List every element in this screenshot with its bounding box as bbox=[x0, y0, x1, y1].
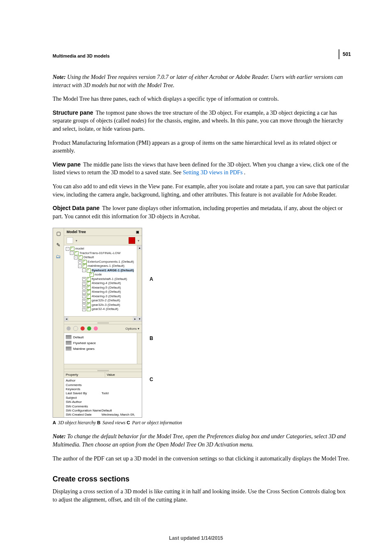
structure-pane-paragraph: Structure paneThe topmost pane shows the… bbox=[53, 109, 351, 133]
tree-node[interactable]: 4bearing-3 (Default) bbox=[92, 294, 121, 298]
view-nav-prev-icon[interactable] bbox=[67, 326, 71, 331]
view-update-icon[interactable] bbox=[87, 326, 91, 331]
expand-icon[interactable]: + bbox=[82, 294, 86, 298]
structure-em: nodes bbox=[131, 118, 145, 124]
caption-c-text: Part or object information bbox=[131, 420, 182, 425]
view-thumb-icon bbox=[66, 335, 71, 339]
page-number-rule bbox=[339, 49, 339, 59]
cross-section-paragraph: Displaying a cross section of a 3D model… bbox=[53, 488, 351, 504]
panel-collapse-icon[interactable]: ▣ bbox=[136, 230, 139, 234]
checkbox-icon[interactable] bbox=[83, 264, 87, 268]
view-add-icon[interactable] bbox=[81, 326, 85, 331]
caption-a-label: A bbox=[53, 420, 56, 425]
toolbar-btn-1[interactable] bbox=[67, 237, 73, 244]
expand-icon[interactable]: + bbox=[82, 290, 86, 294]
views-scrollbar-h[interactable] bbox=[64, 364, 142, 369]
tree-scrollbar-v[interactable]: ▴▾ bbox=[137, 245, 142, 321]
expand-icon[interactable]: - bbox=[66, 247, 69, 251]
view-home-icon[interactable] bbox=[94, 326, 98, 331]
tree-node[interactable]: 4bearing-5 (Default) bbox=[92, 286, 121, 289]
page: 501 Multimedia and 3D models Note: Using… bbox=[0, 0, 392, 555]
panel-tab-icons: ▢ ✎ 🗂 bbox=[53, 228, 64, 417]
tree-node[interactable]: gear32b-3 (Default) bbox=[92, 303, 120, 307]
model-tree-icon[interactable]: 🗂 bbox=[55, 253, 62, 260]
view-item[interactable]: Default bbox=[66, 334, 140, 340]
tree-node[interactable]: ExteriorComponents-1 (Default) bbox=[88, 260, 134, 264]
splitter-1[interactable] bbox=[64, 321, 142, 324]
caption-c-label: C bbox=[127, 420, 130, 425]
tree-node[interactable]: node bbox=[95, 273, 102, 276]
note-1-label: Note: bbox=[53, 74, 67, 80]
props-row: Comments bbox=[66, 383, 140, 387]
checkbox-icon[interactable] bbox=[90, 273, 94, 277]
caption-b-label: B bbox=[97, 420, 100, 425]
expand-icon[interactable]: + bbox=[82, 282, 86, 285]
page-footer: Last updated 1/14/2015 bbox=[0, 535, 392, 541]
views-list[interactable]: Default Flywheel space Mainline gears bbox=[64, 333, 142, 369]
caption-a-text: 3D object hierarchy bbox=[57, 420, 97, 425]
props-row: SW-Comments bbox=[66, 405, 140, 409]
pages-icon[interactable]: ▢ bbox=[55, 230, 62, 237]
views-toolbar: Options ▾ bbox=[64, 324, 142, 333]
expand-icon[interactable]: + bbox=[82, 303, 86, 307]
views-options-menu[interactable]: Options ▾ bbox=[125, 327, 139, 331]
toolbar-sep: ▾ bbox=[76, 239, 77, 243]
author-paragraph: The author of the PDF can set up a 3D mo… bbox=[53, 455, 351, 463]
props-body[interactable]: Author Comments Keywords Last Saved ByTo… bbox=[64, 378, 142, 417]
views-pane: Options ▾ Default Flywheel space Mainlin… bbox=[64, 324, 142, 369]
expand-icon[interactable]: + bbox=[82, 286, 86, 289]
view-label: Flywheel space bbox=[73, 341, 96, 345]
expand-icon[interactable]: - bbox=[78, 264, 82, 268]
checkbox-icon[interactable] bbox=[70, 247, 74, 251]
view-link[interactable]: Setting 3D views in PDFs bbox=[183, 169, 244, 176]
expand-icon[interactable]: + bbox=[78, 260, 82, 264]
view-item[interactable]: Mainline gears bbox=[66, 346, 140, 352]
tree-node-selected[interactable]: flywheel1 ARGE-1 (Default) bbox=[92, 268, 134, 272]
caption-b-text: Saved views bbox=[101, 420, 127, 425]
expand-icon[interactable]: + bbox=[82, 299, 86, 303]
view-edit-paragraph: You can also add to and edit views in th… bbox=[53, 183, 351, 199]
tree-node[interactable]: 4bearing-4 (Default) bbox=[92, 281, 121, 285]
figure-caption: A 3D object hierarchy B Saved views C Pa… bbox=[53, 420, 351, 425]
expand-icon[interactable]: - bbox=[74, 256, 78, 259]
page-number-bar: 501 bbox=[335, 49, 351, 59]
props-row: SW-Author bbox=[66, 400, 140, 404]
structure-pane-head: Structure pane bbox=[53, 109, 93, 116]
highlight-color-btn[interactable] bbox=[129, 237, 135, 244]
checkbox-icon[interactable] bbox=[74, 251, 78, 255]
note-2-body: To change the default behavior for the M… bbox=[53, 433, 346, 448]
expand-icon[interactable]: + bbox=[82, 308, 86, 311]
expand-icon[interactable]: - bbox=[70, 251, 74, 255]
expand-icon[interactable]: + bbox=[82, 277, 86, 281]
view-nav-next-icon[interactable] bbox=[73, 326, 78, 331]
view-thumb-icon bbox=[66, 347, 71, 351]
panel-title-bar: Model Tree ▣ bbox=[64, 228, 142, 236]
callout-c: C bbox=[150, 377, 153, 382]
note-2-label: Note: bbox=[53, 433, 67, 439]
breadcrumb: Multimedia and 3D models bbox=[53, 53, 351, 58]
splitter-2[interactable] bbox=[64, 369, 142, 372]
props-row: Keywords bbox=[66, 387, 140, 391]
tree-node[interactable]: gear32-4 (Default) bbox=[92, 307, 118, 311]
checkbox-icon[interactable] bbox=[87, 307, 91, 311]
structure-tree[interactable]: -model -TractorTrans-01FINAL-LOW -Defaul… bbox=[64, 245, 142, 321]
view-body-2: . bbox=[244, 169, 246, 176]
expand-icon[interactable]: - bbox=[82, 268, 86, 272]
page-number: 501 bbox=[343, 51, 351, 57]
props-row: SW-Created DateWednesday, March 09, 200 bbox=[66, 413, 140, 417]
figure-wrap: ▢ ✎ 🗂 Model Tree ▣ ▾ bbox=[53, 228, 351, 418]
views-scrollbar-v[interactable] bbox=[137, 333, 142, 364]
view-item[interactable]: Flywheel space bbox=[66, 340, 140, 346]
view-thumb-icon bbox=[66, 341, 71, 345]
checkbox-icon[interactable] bbox=[78, 255, 83, 259]
object-data-head: Object Data pane bbox=[53, 205, 99, 211]
tree-scrollbar-h[interactable]: ◂▸ bbox=[64, 316, 137, 321]
tree-node[interactable]: flywheelshaft-1 (Default) bbox=[92, 277, 127, 281]
tree-node[interactable]: TractorTrans-01FINAL-LOW bbox=[79, 251, 120, 255]
tree-node[interactable]: mainlinegears-1 (Default) bbox=[88, 264, 125, 268]
tree-node[interactable]: 4bearing-6 (Default) bbox=[92, 290, 121, 294]
props-row: Author bbox=[66, 379, 140, 383]
tree-node[interactable]: gear32b-2 (Default) bbox=[92, 298, 120, 302]
section-heading: Create cross sections bbox=[53, 475, 351, 483]
signatures-icon[interactable]: ✎ bbox=[55, 241, 62, 249]
